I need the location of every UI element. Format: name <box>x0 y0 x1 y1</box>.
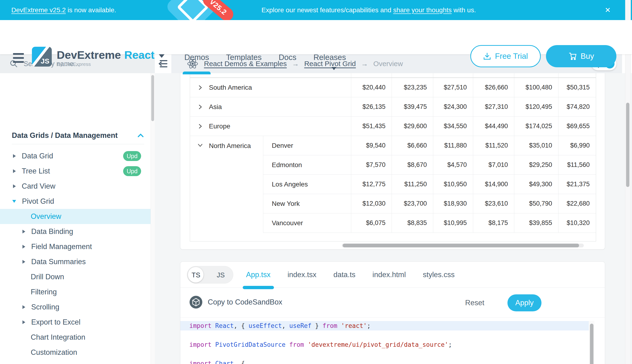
nav-item-templates[interactable]: Templates <box>226 40 262 74</box>
sidebar-item-overview[interactable]: Overview <box>0 209 151 224</box>
pivot-city-label-cell[interactable]: New York <box>263 194 351 213</box>
file-tab-label: styles.css <box>423 270 455 279</box>
code-scrollbar-thumb[interactable] <box>590 324 593 364</box>
sidebar-item-chart-integration[interactable]: Chart Integration <box>0 330 151 345</box>
breadcrumb-separator: → <box>361 60 368 68</box>
brand-title[interactable]: DevExtreme React <box>57 48 164 61</box>
expand-arrow-icon <box>23 260 25 264</box>
pivot-row-edmonton[interactable]: Edmonton$7,570$8,670$4,570$7,010$29,250$… <box>263 155 596 175</box>
pivot-value-cell: $29,600 <box>392 116 433 136</box>
sidebar-item-customization[interactable]: Customization <box>0 345 151 360</box>
language-toggle[interactable]: TS JS <box>187 266 233 284</box>
pivot-value-cell: $49,300 <box>514 175 558 194</box>
hamburger-menu-icon[interactable] <box>13 53 24 65</box>
code-token <box>212 341 215 348</box>
breadcrumb-current: Overview <box>373 60 403 68</box>
banner-message: Explore our newest features/capabilities… <box>239 0 499 20</box>
sidebar-item-filtering[interactable]: Filtering <box>0 284 151 300</box>
pivot-hscrollbar-track[interactable] <box>342 244 584 248</box>
pivot-value-cell: $10,320 <box>558 214 596 232</box>
nav-item-demos[interactable]: Demos <box>184 40 209 74</box>
file-tab-data-ts[interactable]: data.ts <box>333 262 355 288</box>
sidebar-item-scrolling[interactable]: Scrolling <box>0 300 151 315</box>
sidebar-item-label: Pivot Grid <box>22 197 54 206</box>
pivot-row-asia[interactable]: Asia$26,135$39,475$24,300$27,310$120,495… <box>190 97 596 116</box>
pivot-row-new-york[interactable]: New York$12,030$23,700$18,930$23,610$50,… <box>263 194 596 214</box>
sidebar-item-data-summaries[interactable]: Data Summaries <box>0 254 151 269</box>
pivot-group-rows: Denver$9,540$6,660$11,880$11,520$35,010$… <box>263 136 596 233</box>
reset-button[interactable]: Reset <box>465 288 484 318</box>
pivot-value-cell <box>433 73 473 78</box>
pivot-value-cell: $20,440 <box>351 78 392 97</box>
language-option-ts[interactable]: TS <box>187 266 205 284</box>
sidebar-item-label: Card View <box>22 182 55 190</box>
pivot-row-vancouver[interactable]: Vancouver$6,075$8,835$10,995$8,175$39,85… <box>263 214 596 233</box>
pivot-value-cell: $26,660 <box>473 78 514 97</box>
nav-item-docs[interactable]: Docs <box>279 40 296 74</box>
pivot-row-label-cell[interactable]: Europe <box>190 116 351 136</box>
sidebar-item-label: Overview <box>31 212 61 221</box>
pivot-row-denver[interactable]: Denver$9,540$6,660$11,880$11,520$35,010$… <box>263 136 596 155</box>
nav-dropdown-icon <box>332 67 336 70</box>
expand-chevron-icon[interactable] <box>197 123 203 129</box>
pivot-value-cell: $120,495 <box>514 97 558 116</box>
pivot-value-cell <box>392 73 433 78</box>
nav-item-releases[interactable]: Releases <box>313 40 346 74</box>
banner-close-icon[interactable]: ✕ <box>605 0 611 20</box>
buy-button[interactable]: Buy <box>546 45 616 67</box>
code-token <box>212 360 215 364</box>
share-thoughts-link[interactable]: share your thoughts <box>393 6 452 14</box>
code-token: PivotGridDataSource <box>215 341 286 348</box>
pivot-group-label: North America <box>209 142 251 150</box>
pivot-row-label-cell[interactable]: Asia <box>190 97 351 116</box>
pivot-row-label-cell[interactable]: South America <box>190 78 351 97</box>
pivot-city-label-cell[interactable]: Los Angeles <box>263 175 351 194</box>
pivot-row-europe[interactable]: Europe$51,435$29,600$34,550$44,490$174,0… <box>190 116 596 136</box>
sidebar-item-label: Chart Integration <box>31 333 85 342</box>
file-tab-App-tsx[interactable]: App.tsx <box>246 262 270 288</box>
sidebar-section-data-grids[interactable]: Data Grids / Data Management <box>0 128 151 143</box>
sidebar-item-data-binding[interactable]: Data Binding <box>0 224 151 239</box>
sidebar-item-export-to-excel[interactable]: Export to Excel <box>0 315 151 330</box>
sidebar-item-label: Export to Excel <box>31 318 80 326</box>
expand-chevron-icon[interactable] <box>197 104 203 110</box>
file-tab-styles-css[interactable]: styles.css <box>423 262 455 288</box>
apply-button[interactable]: Apply <box>507 294 541 311</box>
pivot-hscrollbar-thumb[interactable] <box>343 244 579 248</box>
pivot-city-label-cell[interactable]: Denver <box>263 136 351 155</box>
sidebar-item-card-view[interactable]: Card View <box>0 179 151 194</box>
pivot-row-label: Europe <box>209 122 230 130</box>
devextreme-js-logo[interactable]: JS <box>32 47 52 66</box>
sidebar-item-field-management[interactable]: Field Management <box>0 239 151 254</box>
sidebar-item-pivot-grid[interactable]: Pivot Grid <box>0 194 151 209</box>
pivot-row-los-angeles[interactable]: Los Angeles$12,775$11,250$10,950$14,900$… <box>263 175 596 194</box>
sidebar-item-drill-down[interactable]: Drill Down <box>0 269 151 284</box>
copy-to-codesandbox-button[interactable]: Copy to CodeSandBox <box>189 296 282 309</box>
free-trial-button[interactable]: Free Trial <box>470 45 541 67</box>
pivot-value-cell <box>514 73 558 78</box>
brand-devextreme: DevExtreme <box>57 48 121 61</box>
pivot-city-label-cell[interactable]: Vancouver <box>263 214 351 232</box>
expand-arrow-icon <box>23 230 25 234</box>
code-token: ; <box>367 322 371 329</box>
pivot-row-south-america[interactable]: South America$20,440$23,235$27,510$26,66… <box>190 78 596 97</box>
sidebar-item-data-grid[interactable]: Data GridUpd <box>0 148 151 164</box>
page-scrollbar-thumb[interactable] <box>626 103 629 187</box>
file-tab-index-html[interactable]: index.html <box>372 262 406 288</box>
sidebar-item-state-persistence[interactable]: State Persistence <box>0 360 151 364</box>
sidebar-scrollbar-thumb[interactable] <box>151 75 154 121</box>
code-token: ; <box>448 341 452 348</box>
banner-version-link[interactable]: DevExtreme v25.2 <box>11 6 66 14</box>
pivot-value-cell: $11,880 <box>433 136 473 155</box>
code-token <box>286 341 289 348</box>
sidebar-item-tree-list[interactable]: Tree ListUpd <box>0 164 151 179</box>
language-option-js[interactable]: JS <box>208 266 233 284</box>
code-token: , { <box>234 322 249 329</box>
main-nav: DemosTemplatesDocsReleases <box>184 40 346 74</box>
code-token <box>337 322 341 329</box>
pivot-city-label-cell[interactable]: Edmonton <box>263 155 351 174</box>
collapse-chevron-icon[interactable] <box>197 142 203 148</box>
file-tab-index-tsx[interactable]: index.tsx <box>287 262 316 288</box>
pivot-group-label-cell[interactable]: North America <box>190 136 263 233</box>
expand-chevron-icon[interactable] <box>197 84 203 91</box>
